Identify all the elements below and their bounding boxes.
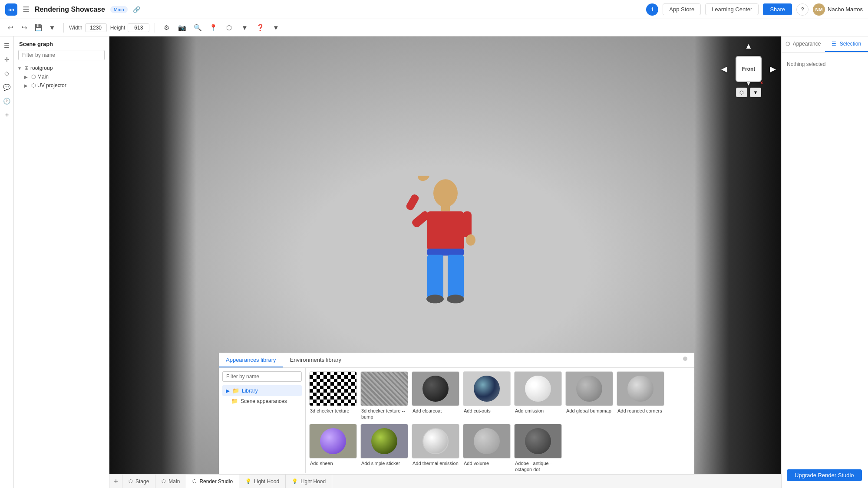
shapes-icon[interactable]: ◇ bbox=[1, 68, 13, 79]
main-badge[interactable]: Main bbox=[110, 6, 128, 13]
tab-light-hood-1-icon: 💡 bbox=[245, 478, 251, 484]
viewport[interactable]: ▲ ▼ ◀ ▶ Front x ⬡ ▼ Appearances library … bbox=[109, 36, 781, 488]
render-dropdown[interactable]: ▼ bbox=[238, 22, 251, 34]
scene-graph-icon[interactable]: ☰ bbox=[1, 40, 13, 51]
material-card-sheen[interactable]: Add sheen bbox=[309, 424, 357, 473]
bottom-section: Appearances library Environments library… bbox=[219, 353, 694, 474]
material-card-checker[interactable]: 3d checker texture bbox=[309, 371, 357, 420]
undo-button[interactable]: ↩ bbox=[4, 22, 17, 34]
svg-point-10 bbox=[447, 295, 464, 303]
app-store-button[interactable]: App Store bbox=[663, 3, 701, 15]
app-logo[interactable]: on bbox=[5, 3, 17, 16]
tab-main-icon: ⬡ bbox=[162, 478, 166, 484]
user-name: Nacho Martos bbox=[828, 6, 863, 13]
save-dropdown[interactable]: ▼ bbox=[46, 22, 58, 34]
tab-stage[interactable]: ⬡ Stage bbox=[122, 475, 155, 488]
appearances-library-tab[interactable]: Appearances library bbox=[219, 353, 283, 367]
upgrade-section: Upgrade Render Studio bbox=[782, 462, 868, 488]
height-value[interactable]: 613 bbox=[128, 23, 149, 32]
save-button[interactable]: 💾 bbox=[32, 22, 44, 34]
library-tree-item-scene[interactable]: 📁 Scene appearances bbox=[222, 396, 302, 406]
more-dropdown[interactable]: ▼ bbox=[270, 22, 282, 34]
hamburger-icon[interactable]: ☰ bbox=[23, 5, 30, 14]
toolbar-row: ↩ ↪ 💾 ▼ Width 1230 Height 613 ⚙ 📷 🔍 📍 ⬡ … bbox=[0, 19, 868, 36]
material-card-rounded-corners[interactable]: Add rounded corners bbox=[617, 371, 664, 420]
material-card-checker-bump[interactable]: 3d checker texture -- bump bbox=[360, 371, 408, 420]
environments-library-tab[interactable]: Environments library bbox=[283, 353, 349, 367]
zoom-icon[interactable]: 🔍 bbox=[191, 22, 204, 34]
material-card-emission[interactable]: Add emission bbox=[514, 371, 562, 420]
svg-point-9 bbox=[426, 295, 444, 303]
material-label-simple-sticker: Add simple sticker bbox=[360, 460, 408, 466]
material-thumb-antique bbox=[514, 424, 562, 459]
material-card-simple-sticker[interactable]: Add simple sticker bbox=[360, 424, 408, 473]
redo-button[interactable]: ↪ bbox=[18, 22, 30, 34]
tab-render-studio[interactable]: ⬡ Render Studio bbox=[186, 475, 239, 488]
library-filter-input[interactable] bbox=[222, 371, 302, 382]
svg-rect-4 bbox=[405, 193, 420, 211]
nav-view-btn[interactable]: ⬡ bbox=[736, 88, 747, 97]
help-toolbar-icon[interactable]: ❓ bbox=[254, 22, 266, 34]
tab-bar: ＋ ⬡ Stage ⬡ Main ⬡ Render Studio 💡 Light… bbox=[109, 474, 781, 488]
help-icon[interactable]: ? bbox=[796, 3, 809, 16]
material-card-global-bump[interactable]: Add global bumpmap bbox=[565, 371, 613, 420]
avatar-circle: NM bbox=[813, 3, 825, 16]
svg-rect-8 bbox=[448, 255, 464, 298]
user-avatar[interactable]: NM Nacho Martos bbox=[813, 3, 863, 16]
tree-item-main[interactable]: ▶ ⬡ Main bbox=[21, 72, 109, 81]
tree-icon-rootgroup: ⊞ bbox=[24, 65, 29, 71]
svg-rect-7 bbox=[427, 255, 443, 298]
scroll-indicator[interactable] bbox=[683, 357, 687, 361]
svg-rect-5 bbox=[463, 211, 472, 237]
material-card-antique[interactable]: Adobe - antique - octagon dot - bbox=[514, 424, 562, 473]
nav-arrow-left[interactable]: ◀ bbox=[721, 64, 727, 74]
material-card-thermal[interactable]: Add thermal emission bbox=[412, 424, 459, 473]
scene-graph-filter-input[interactable] bbox=[18, 50, 105, 60]
appearance-tab-icon: ⬡ bbox=[785, 41, 790, 47]
toolbar-divider-2 bbox=[155, 23, 155, 33]
chat-icon[interactable]: 💬 bbox=[1, 82, 13, 93]
material-card-cut-outs[interactable]: Add cut-outs bbox=[463, 371, 511, 420]
tree-arrow-rootgroup: ▼ bbox=[17, 66, 23, 71]
history-icon[interactable]: 🕐 bbox=[1, 95, 13, 107]
camera-icon[interactable]: 📷 bbox=[176, 22, 188, 34]
tab-stage-icon: ⬡ bbox=[129, 478, 133, 484]
svg-point-12 bbox=[466, 234, 475, 246]
tab-main[interactable]: ⬡ Main bbox=[155, 475, 186, 488]
nav-arrow-top[interactable]: ▲ bbox=[745, 42, 752, 51]
checker-bg bbox=[310, 372, 356, 406]
tab-appearance[interactable]: ⬡ Appearance bbox=[782, 36, 825, 52]
tree-item-rootgroup[interactable]: ▼ ⊞ rootgroup bbox=[14, 64, 109, 72]
render-settings-icon[interactable]: ⬡ bbox=[223, 22, 235, 34]
width-value[interactable]: 1230 bbox=[85, 23, 107, 32]
tree-item-uv-projector[interactable]: ▶ ⬡ UV projector bbox=[21, 81, 109, 90]
tab-light-hood-2[interactable]: 💡 Light Hood bbox=[286, 475, 332, 488]
sphere-sheen bbox=[320, 428, 346, 454]
notification-icon[interactable]: 1 bbox=[646, 3, 658, 16]
viewport-right-shadow bbox=[694, 36, 781, 488]
share-button[interactable]: Share bbox=[763, 3, 792, 15]
material-thumb-thermal bbox=[412, 424, 459, 459]
material-card-clearcoat[interactable]: Add clearcoat bbox=[412, 371, 459, 420]
pin-icon[interactable]: 📍 bbox=[207, 22, 219, 34]
top-bar: on ☰ Rendering Showcase Main 🔗 1 App Sto… bbox=[0, 0, 868, 19]
add-tab-button[interactable]: ＋ bbox=[109, 475, 122, 488]
nav-bottom-controls: ⬡ ▼ bbox=[736, 88, 761, 97]
learning-center-button[interactable]: Learning Center bbox=[705, 3, 759, 15]
sphere-simple-sticker bbox=[371, 428, 397, 454]
tab-light-hood-1[interactable]: 💡 Light Hood bbox=[239, 475, 286, 488]
transform-icon[interactable]: ✛ bbox=[1, 54, 13, 65]
nav-cube[interactable]: Front bbox=[736, 56, 762, 82]
material-label-volume: Add volume bbox=[463, 460, 511, 466]
height-label: Height bbox=[110, 25, 125, 31]
settings-icon[interactable]: ⚙ bbox=[160, 22, 172, 34]
link-icon[interactable]: 🔗 bbox=[133, 6, 140, 13]
tab-selection[interactable]: ☰ Selection bbox=[825, 36, 868, 52]
nav-arrow-right[interactable]: ▶ bbox=[770, 64, 776, 74]
upgrade-render-studio-button[interactable]: Upgrade Render Studio bbox=[787, 469, 862, 481]
plus-icon[interactable]: ＋ bbox=[1, 109, 13, 121]
material-label-global-bump: Add global bumpmap bbox=[565, 408, 613, 414]
material-card-volume[interactable]: Add volume bbox=[463, 424, 511, 473]
library-tree-item-library[interactable]: ▶ 📁 Library bbox=[222, 385, 302, 396]
nav-dropdown-btn[interactable]: ▼ bbox=[750, 88, 761, 97]
